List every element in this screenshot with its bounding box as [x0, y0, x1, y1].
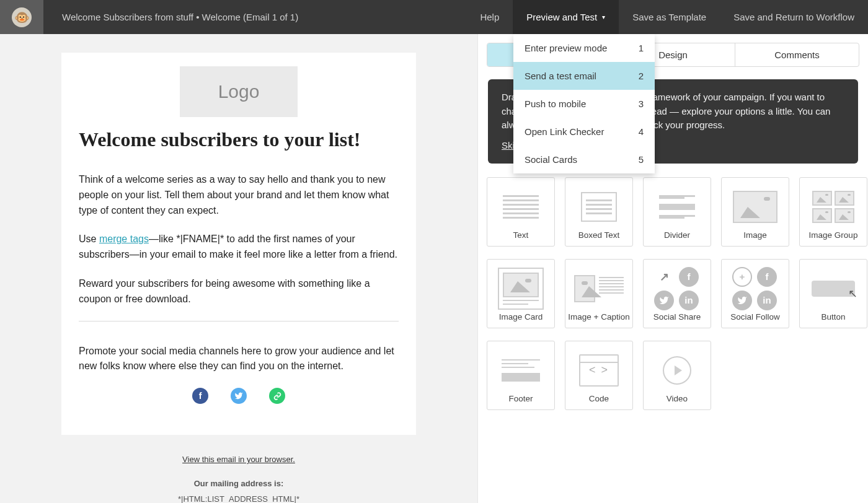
- menu-save-template[interactable]: Save as Template: [619, 0, 720, 34]
- twitter-icon[interactable]: [231, 388, 247, 404]
- dd-shortcut: 1: [639, 43, 644, 53]
- block-image-caption[interactable]: Image + Caption: [565, 259, 633, 328]
- menu-help[interactable]: Help: [466, 0, 513, 34]
- mailing-address-value: *|HTML:LIST_ADDRESS_HTML|*: [61, 492, 416, 503]
- block-label: Divider: [664, 230, 690, 240]
- block-code[interactable]: < > Code: [565, 341, 633, 410]
- block-label: Footer: [508, 394, 533, 403]
- view-in-browser-link[interactable]: View this email in your browser.: [182, 455, 295, 464]
- text-fragment: Use: [79, 234, 99, 244]
- email-paragraph-1[interactable]: Think of a welcome series as a way to sa…: [79, 172, 399, 218]
- mailing-address-label: Our mailing address is:: [194, 479, 284, 488]
- preview-test-dropdown: Enter preview mode 1 Send a test email 2…: [513, 34, 655, 173]
- block-label: Button: [821, 312, 845, 321]
- dd-enter-preview[interactable]: Enter preview mode 1: [513, 34, 655, 62]
- block-video[interactable]: Video: [643, 341, 711, 410]
- block-social-follow[interactable]: +fin Social Follow: [721, 259, 789, 328]
- block-label: Text: [513, 230, 529, 240]
- email-paragraph-4[interactable]: Promote your social media channels here …: [79, 344, 399, 375]
- app-logo[interactable]: 🐵: [0, 0, 43, 34]
- dd-shortcut: 4: [639, 126, 644, 137]
- dd-shortcut: 2: [639, 71, 644, 81]
- dd-label: Social Cards: [525, 154, 577, 165]
- block-label: Image: [743, 230, 767, 240]
- content-blocks-grid: Text Boxed Text Divider Image Image Grou…: [487, 177, 859, 410]
- logo-placeholder[interactable]: Logo: [180, 66, 298, 117]
- block-label: Video: [666, 394, 688, 403]
- block-button[interactable]: ↖ Button: [799, 259, 867, 328]
- dd-shortcut: 5: [639, 154, 644, 165]
- cursor-icon: ↖: [848, 287, 857, 300]
- menu-preview-label: Preview and Test: [526, 12, 597, 22]
- block-label: Boxed Text: [578, 230, 620, 240]
- block-boxed-text[interactable]: Boxed Text: [565, 177, 633, 247]
- block-label: Image Group: [809, 230, 858, 240]
- dd-send-test-email[interactable]: Send a test email 2: [513, 62, 655, 90]
- dd-label: Enter preview mode: [525, 43, 607, 53]
- block-label: Social Share: [653, 312, 701, 321]
- dd-push-to-mobile[interactable]: Push to mobile 3: [513, 90, 655, 118]
- block-text[interactable]: Text: [487, 177, 555, 247]
- dd-label: Send a test email: [525, 71, 596, 81]
- divider-block-icon: [644, 183, 711, 230]
- top-bar: 🐵 Welcome Subscribers from stuff • Welco…: [0, 0, 868, 34]
- block-image[interactable]: Image: [721, 177, 789, 247]
- merge-tags-link[interactable]: merge tags: [99, 234, 149, 244]
- email-footer[interactable]: View this email in your browser. Our mai…: [61, 435, 416, 503]
- dd-social-cards[interactable]: Social Cards 5: [513, 146, 655, 173]
- block-label: Image Card: [499, 312, 543, 321]
- dd-shortcut: 3: [639, 98, 644, 109]
- block-image-group[interactable]: Image Group: [799, 177, 867, 247]
- block-footer[interactable]: Footer: [487, 341, 555, 410]
- image-group-block-icon: [800, 183, 867, 230]
- block-label: Image + Caption: [568, 312, 629, 321]
- block-image-card[interactable]: Image Card: [487, 259, 555, 328]
- facebook-icon[interactable]: f: [192, 388, 208, 404]
- dd-label: Open Link Checker: [525, 126, 604, 137]
- code-block-icon: < >: [565, 346, 632, 394]
- top-menu: Help Preview and Test ▾ Save as Template…: [466, 0, 868, 34]
- dd-label: Push to mobile: [525, 98, 586, 109]
- email-canvas[interactable]: Logo Welcome subscribers to your list! T…: [0, 34, 477, 503]
- block-social-share[interactable]: fin Social Share: [643, 259, 711, 328]
- email-paragraph-2[interactable]: Use merge tags—like *|FNAME|* to add the…: [79, 232, 399, 263]
- image-block-icon: [722, 183, 789, 230]
- social-share-block-icon: fin: [644, 265, 711, 312]
- social-icons-row[interactable]: f: [79, 388, 399, 404]
- email-body[interactable]: Logo Welcome subscribers to your list! T…: [61, 53, 416, 435]
- boxed-text-block-icon: [565, 183, 632, 230]
- dd-open-link-checker[interactable]: Open Link Checker 4: [513, 118, 655, 146]
- block-label: Code: [589, 394, 609, 403]
- link-icon[interactable]: [269, 388, 285, 404]
- mailchimp-logo-icon: 🐵: [12, 7, 32, 27]
- email-paragraph-3[interactable]: Reward your subscribers for being awesom…: [79, 276, 399, 307]
- menu-save-return[interactable]: Save and Return to Workflow: [720, 0, 868, 34]
- block-divider[interactable]: Divider: [643, 177, 711, 247]
- footer-block-icon: [487, 346, 554, 394]
- email-divider[interactable]: [79, 321, 399, 321]
- image-card-block-icon: [487, 265, 554, 312]
- block-label: Social Follow: [730, 312, 780, 321]
- page-title: Welcome Subscribers from stuff • Welcome…: [43, 0, 466, 34]
- chevron-down-icon: ▾: [602, 14, 605, 20]
- video-block-icon: [644, 346, 711, 394]
- email-headline[interactable]: Welcome subscribers to your list!: [79, 128, 399, 151]
- image-caption-block-icon: [565, 265, 632, 312]
- menu-preview-and-test[interactable]: Preview and Test ▾: [513, 0, 619, 34]
- button-block-icon: ↖: [800, 265, 867, 312]
- text-block-icon: [487, 183, 554, 230]
- social-follow-block-icon: +fin: [722, 265, 789, 312]
- tab-comments[interactable]: Comments: [735, 43, 859, 66]
